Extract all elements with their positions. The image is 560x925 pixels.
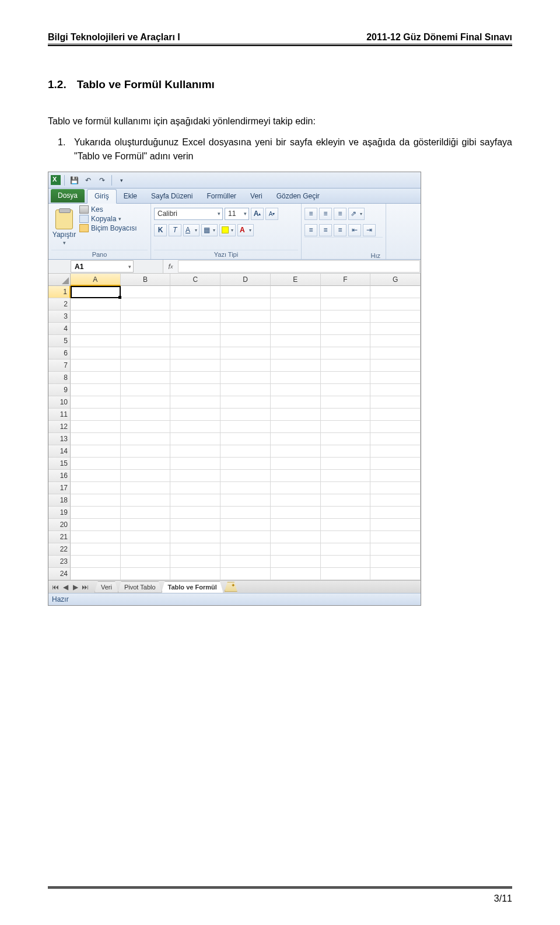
formula-input[interactable] xyxy=(178,260,420,273)
align-left-button[interactable]: ≡ xyxy=(304,224,317,236)
align-bottom-button[interactable]: ≡ xyxy=(334,208,346,220)
font-color-button[interactable]: A▾ xyxy=(237,224,254,236)
undo-icon[interactable]: ↶ xyxy=(82,174,94,186)
tab-page-layout[interactable]: Sayfa Düzeni xyxy=(144,190,200,203)
column-header[interactable]: A xyxy=(71,274,121,286)
sheet-tab-bar: ⏮ ◀ ▶ ⏭ Veri Pivot Tablo Tablo ve Formül xyxy=(48,580,421,593)
row-header[interactable]: 22 xyxy=(48,543,71,556)
qat-separator xyxy=(111,175,112,186)
fill-color-swatch xyxy=(222,226,229,233)
select-all-corner[interactable] xyxy=(48,274,71,286)
header-left: Bilgi Teknolojileri ve Araçları I xyxy=(48,32,180,43)
tab-data[interactable]: Veri xyxy=(243,190,270,203)
row-header[interactable]: 21 xyxy=(48,531,71,543)
row-header[interactable]: 14 xyxy=(48,445,71,458)
fx-icon[interactable]: fx xyxy=(163,260,178,273)
status-text: Hazır xyxy=(52,595,69,603)
worksheet-grid[interactable]: 1 2 3 4 5 6 7 8 9 10 11 12 13 14 15 16 1… xyxy=(48,274,421,580)
group-title-alignment: Hız xyxy=(304,237,383,259)
decrease-indent-button[interactable]: ⇤ xyxy=(348,224,361,236)
tab-insert[interactable]: Ekle xyxy=(117,190,144,203)
copy-button[interactable]: Kopyala ▾ xyxy=(79,215,148,223)
align-top-button[interactable]: ≡ xyxy=(304,208,317,220)
header-right: 2011-12 Güz Dönemi Final Sınavı xyxy=(366,32,512,43)
row-header[interactable]: 13 xyxy=(48,433,71,445)
footer-rule xyxy=(48,886,512,889)
column-header[interactable]: F xyxy=(321,274,371,286)
row-header[interactable]: 3 xyxy=(48,310,71,323)
row-header[interactable]: 7 xyxy=(48,359,71,372)
tab-formulas[interactable]: Formüller xyxy=(200,190,243,203)
sheet-tab-tablo-formul[interactable]: Tablo ve Formül xyxy=(162,581,223,593)
column-header[interactable]: G xyxy=(370,274,421,286)
tab-review[interactable]: Gözden Geçir xyxy=(270,190,327,203)
tab-home[interactable]: Giriş xyxy=(87,189,117,204)
row-header[interactable]: 23 xyxy=(48,556,71,568)
grow-font-button[interactable]: A▴ xyxy=(251,208,264,220)
row-header[interactable]: 6 xyxy=(48,347,71,359)
row-header[interactable]: 2 xyxy=(48,298,71,310)
paste-icon xyxy=(55,210,73,229)
row-header[interactable]: 4 xyxy=(48,323,71,335)
column-header[interactable]: D xyxy=(220,274,271,286)
section-title-text: Tablo ve Formül Kullanımı xyxy=(77,78,215,90)
group-font: Calibri▾ 11▾ A▴ A▾ K T A▾ ▦▾ ▾ xyxy=(151,204,302,259)
status-bar: Hazır xyxy=(48,593,421,605)
row-header[interactable]: 19 xyxy=(48,507,71,519)
section-heading: 1.2.Tablo ve Formül Kullanımı xyxy=(48,78,512,91)
new-sheet-button[interactable] xyxy=(225,582,237,592)
qat-customize-icon[interactable]: ▾ xyxy=(116,174,127,186)
column-header[interactable]: C xyxy=(170,274,220,286)
column-header[interactable]: B xyxy=(121,274,171,286)
tab-file[interactable]: Dosya xyxy=(51,189,85,203)
align-middle-button[interactable]: ≡ xyxy=(319,208,332,220)
shrink-font-button[interactable]: A▾ xyxy=(265,208,278,220)
chevron-down-icon: ▾ xyxy=(118,216,121,222)
fill-color-button[interactable]: ▾ xyxy=(219,224,236,236)
orientation-button[interactable]: ⇗▾ xyxy=(348,208,365,220)
underline-button[interactable]: A▾ xyxy=(183,224,200,236)
sheet-nav-last-icon[interactable]: ⏭ xyxy=(80,582,90,592)
row-header[interactable]: 17 xyxy=(48,482,71,494)
sheet-nav-first-icon[interactable]: ⏮ xyxy=(51,582,60,592)
row-header[interactable]: 16 xyxy=(48,470,71,482)
active-cell[interactable] xyxy=(71,286,121,298)
sheet-tab-pivot[interactable]: Pivot Tablo xyxy=(118,581,162,593)
row-header[interactable]: 8 xyxy=(48,372,71,384)
font-size-combo[interactable]: 11▾ xyxy=(225,208,249,220)
row-header[interactable]: 12 xyxy=(48,421,71,433)
chevron-down-icon: ▾ xyxy=(244,211,247,217)
paste-button[interactable]: Yapıştır ▾ xyxy=(51,205,77,250)
row-header[interactable]: 20 xyxy=(48,519,71,531)
format-painter-label: Biçim Boyacısı xyxy=(91,224,137,232)
increase-indent-button[interactable]: ⇥ xyxy=(363,224,376,236)
align-center-button[interactable]: ≡ xyxy=(319,224,332,236)
bold-button[interactable]: K xyxy=(154,224,167,236)
row-header[interactable]: 18 xyxy=(48,494,71,507)
row-header[interactable]: 24 xyxy=(48,568,71,580)
sheet-nav-next-icon[interactable]: ▶ xyxy=(71,582,80,592)
row-header[interactable]: 15 xyxy=(48,458,71,470)
row-header[interactable]: 11 xyxy=(48,409,71,421)
row-header[interactable]: 10 xyxy=(48,396,71,409)
column-header[interactable]: E xyxy=(271,274,321,286)
sheet-nav-prev-icon[interactable]: ◀ xyxy=(61,582,70,592)
save-icon[interactable]: 💾 xyxy=(68,174,80,186)
cells-area[interactable] xyxy=(71,286,421,580)
row-header[interactable]: 1 xyxy=(48,286,71,298)
name-box[interactable]: A1 ▾ xyxy=(71,260,134,273)
section-number: 1.2. xyxy=(48,78,66,91)
redo-icon[interactable]: ↷ xyxy=(96,174,108,186)
cut-button[interactable]: Kes xyxy=(79,205,148,214)
format-painter-button[interactable]: Biçim Boyacısı xyxy=(79,224,148,232)
row-header[interactable]: 5 xyxy=(48,335,71,347)
font-name-combo[interactable]: Calibri▾ xyxy=(154,208,223,220)
row-header[interactable]: 9 xyxy=(48,384,71,396)
sheet-tab-veri[interactable]: Veri xyxy=(94,581,118,593)
align-right-button[interactable]: ≡ xyxy=(334,224,346,236)
border-button[interactable]: ▦▾ xyxy=(201,224,218,236)
chevron-down-icon: ▾ xyxy=(231,228,233,233)
group-clipboard: Yapıştır ▾ Kes Kopyala ▾ Biçim Boyacısı … xyxy=(48,204,151,259)
italic-button[interactable]: T xyxy=(169,224,181,236)
ribbon: Yapıştır ▾ Kes Kopyala ▾ Biçim Boyacısı … xyxy=(48,204,421,260)
